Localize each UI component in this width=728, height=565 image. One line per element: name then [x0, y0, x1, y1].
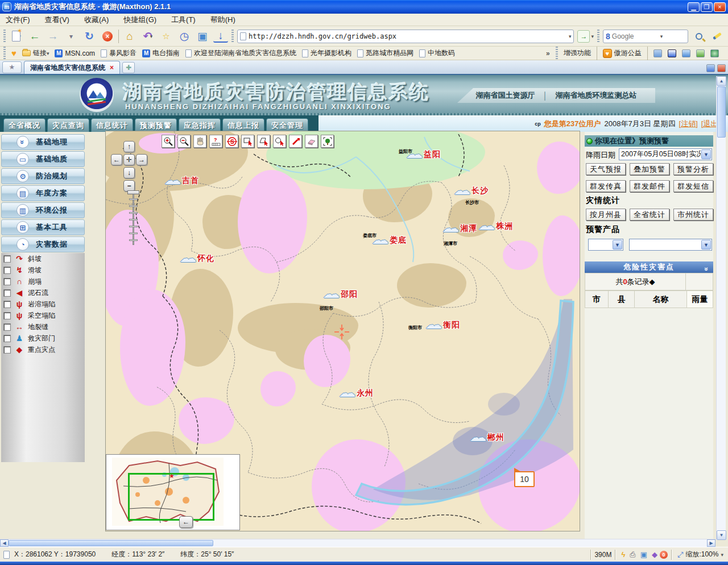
back-button[interactable]: ←	[27, 29, 42, 44]
horizontal-scroll-thumb[interactable]	[9, 540, 213, 546]
bookmarks-overflow-chevron[interactable]: »	[546, 49, 550, 57]
plugin-wand-icon[interactable]	[696, 49, 705, 57]
highlight-button[interactable]	[710, 29, 725, 44]
layer-mining-checkbox[interactable]	[3, 312, 11, 319]
nav-report[interactable]: 信息上报	[222, 118, 264, 132]
url-input[interactable]	[249, 32, 569, 40]
nav-point-query[interactable]: 灾点查询	[47, 118, 89, 132]
plugin-doc-icon[interactable]	[682, 49, 690, 57]
monthly-stats-button[interactable]: 按月州县	[586, 209, 626, 221]
plugin-phone-icon[interactable]	[653, 49, 662, 57]
plugin-window-icon[interactable]	[668, 49, 676, 57]
rect-select-tool[interactable]	[241, 135, 254, 148]
menu-favorites[interactable]: 收藏(A)	[84, 15, 109, 25]
printer-icon[interactable]: ⎙	[630, 550, 635, 559]
mass-fax-button[interactable]: 群发传真	[586, 180, 626, 192]
warning-analysis-button[interactable]: 预警分析	[673, 163, 713, 175]
mass-sms-button[interactable]: 群发短信	[673, 180, 713, 192]
tab-list-icon[interactable]	[706, 64, 715, 72]
maximize-button[interactable]: ❐	[701, 2, 713, 12]
horizontal-scrollbar[interactable]: ◀ ▶	[0, 539, 715, 547]
layer-debris-flow-checkbox[interactable]	[3, 289, 11, 297]
pan-tool[interactable]	[193, 135, 206, 148]
clock-icon[interactable]: ◷	[177, 29, 192, 44]
city-stats-button[interactable]: 市州统计	[673, 209, 713, 221]
link-geo-monitor[interactable]: 湖南省地质环境监测总站	[556, 90, 637, 101]
window-tool-icon[interactable]: ▣	[195, 29, 210, 44]
menu-view[interactable]: 查看(V)	[45, 15, 69, 25]
logout-link[interactable]: [注销]	[679, 119, 698, 129]
zoom-minus-button[interactable]: −	[123, 180, 135, 192]
scroll-up-arrow[interactable]: ▲	[717, 76, 726, 86]
search-button[interactable]	[692, 29, 706, 44]
vertical-scrollbar[interactable]: ▲ ▼	[716, 76, 726, 540]
eraser-tool[interactable]	[305, 135, 318, 148]
go-button[interactable]: →	[577, 30, 590, 43]
forward-button[interactable]: →	[46, 29, 60, 44]
layer-slope-checkbox[interactable]	[3, 255, 11, 263]
full-extent-tool[interactable]	[321, 135, 334, 148]
popup-window-icon[interactable]: ▣	[640, 550, 647, 559]
tab-active[interactable]: 湖南省地质灾害信息系统 ×	[24, 61, 120, 74]
search-box[interactable]: 8 ▾	[603, 30, 688, 43]
zoom-level[interactable]: 缩放:100%	[685, 550, 718, 559]
sidebar-prevention-plan[interactable]: ⚙防治规划	[1, 168, 85, 184]
tab-close-icon[interactable]: ×	[110, 64, 114, 72]
weather-forecast-button[interactable]: 天气预报	[586, 163, 626, 175]
address-bar[interactable]: ▾	[237, 30, 574, 43]
scroll-down-arrow[interactable]: ▼	[717, 530, 726, 540]
nav-security[interactable]: 安全管理	[266, 118, 308, 132]
tab-star-button[interactable]: ★	[2, 61, 22, 73]
pan-up-button[interactable]: ↑	[123, 141, 135, 152]
maxthon-charity[interactable]: ♥傲游公益	[603, 48, 642, 58]
refresh-button[interactable]: ↻	[82, 29, 97, 44]
overlay-warning-button[interactable]: 叠加预警	[630, 163, 669, 175]
menu-file[interactable]: 文件(F)	[6, 15, 30, 25]
bookmark-milu[interactable]: 觅路城市精品网	[357, 48, 413, 58]
tab-panel-close-icon[interactable]	[717, 64, 726, 72]
new-tab-button[interactable]: ✚	[122, 62, 135, 73]
danger-points-header[interactable]: 危险性灾害点«	[585, 261, 713, 273]
menu-tools[interactable]: 工具(T)	[171, 15, 196, 25]
scroll-left-arrow[interactable]: ◀	[0, 539, 9, 547]
province-stats-button[interactable]: 全省统计	[630, 209, 669, 221]
bookmark-links-folder[interactable]: 链接▾	[22, 48, 49, 58]
link-land-resources[interactable]: 湖南省国土资源厅	[475, 90, 535, 101]
scroll-right-arrow[interactable]: ▶	[707, 539, 715, 547]
measure-tool[interactable]: ?	[209, 135, 222, 148]
nav-emergency[interactable]: 应急指挥	[179, 118, 221, 132]
layer-rescue-checkbox[interactable]	[3, 335, 11, 342]
overview-viewport-rect[interactable]	[128, 473, 214, 521]
download-button[interactable]: ↓	[213, 30, 228, 43]
sidebar-disaster-data[interactable]: ◔灾害数据	[1, 236, 85, 252]
point-marker-tool[interactable]	[289, 135, 302, 148]
product-select-1[interactable]: ▼	[588, 239, 623, 251]
product-select-2[interactable]: ▼	[629, 239, 712, 251]
nav-overview[interactable]: 全省概况	[3, 118, 46, 132]
notes-icon[interactable]: ◆	[652, 550, 657, 559]
layer-keypoint-checkbox[interactable]	[3, 346, 11, 354]
menu-groups[interactable]: 快捷组(G)	[123, 15, 156, 25]
url-dropdown-icon[interactable]: ▾	[569, 34, 572, 39]
bookmark-guangnian[interactable]: 光年摄影机构	[302, 48, 351, 58]
layer-landslide-checkbox[interactable]	[3, 267, 11, 274]
bookmark-zhongdi[interactable]: 中地数码	[419, 48, 455, 58]
magic-wand-icon[interactable]: ☆	[159, 29, 173, 44]
bookmark-hunan-geo[interactable]: 欢迎登陆湖南省地质灾害信息系统	[185, 48, 296, 58]
close-button[interactable]: ×	[714, 2, 726, 12]
favorites-icon[interactable]: ♥	[11, 48, 16, 58]
sidebar-annual-plan[interactable]: ▤年度方案	[1, 185, 85, 201]
menu-help[interactable]: 帮助(H)	[210, 15, 235, 25]
zoom-slider-handle[interactable]	[127, 190, 139, 194]
zoom-dropdown-icon[interactable]: ▾	[721, 552, 723, 558]
undo-button[interactable]: ↶▾	[140, 29, 155, 44]
bookmark-msn[interactable]: MMSN.com	[55, 49, 95, 57]
enhance-menu[interactable]: 增强功能	[564, 48, 591, 58]
nav-statistics[interactable]: 信息统计	[91, 118, 133, 132]
sidebar-env-bulletin[interactable]: ▥环境公报	[1, 202, 85, 218]
collapse-chevron-icon[interactable]: «	[701, 266, 712, 271]
minimize-button[interactable]: ▁	[688, 2, 700, 12]
pan-left-button[interactable]: ←	[111, 154, 122, 165]
nav-forecast[interactable]: 预测预警	[135, 118, 177, 132]
search-engine-dropdown-icon[interactable]: ▾	[660, 34, 663, 39]
